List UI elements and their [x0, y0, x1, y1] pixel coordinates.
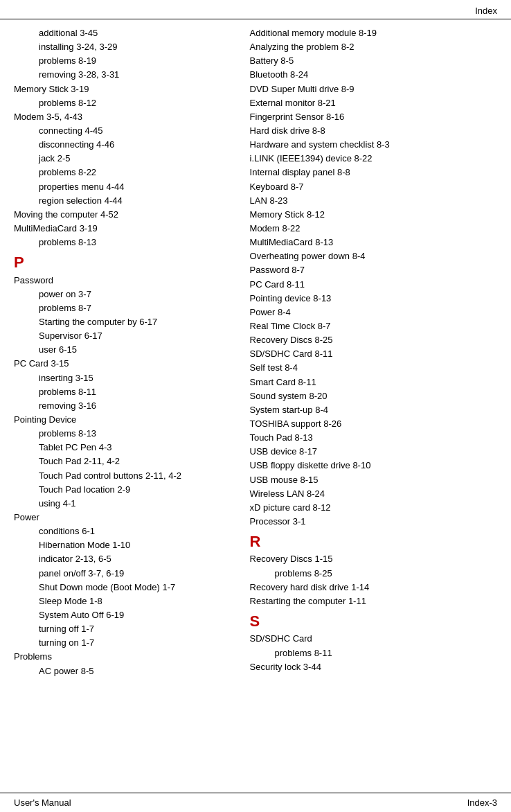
index-entry: removing 3-28, 3-31 — [14, 68, 236, 82]
index-entry: Touch Pad control buttons 2-11, 4-2 — [14, 469, 236, 483]
index-entry: Keyboard 8-7 — [250, 180, 497, 194]
index-entry: Password — [14, 274, 236, 288]
right-column: Additional memory module 8-19Analyzing t… — [243, 26, 497, 678]
index-entry: PC Card 3-15 — [14, 357, 236, 371]
header-title: Index — [475, 6, 497, 16]
index-entry: USB mouse 8-15 — [250, 473, 497, 487]
index-entry: Bluetooth 8-24 — [250, 68, 497, 82]
index-entry: SD/SDHC Card — [250, 632, 497, 646]
index-entry: Security lock 3-44 — [250, 660, 497, 674]
left-column: additional 3-45installing 3-24, 3-29prob… — [14, 26, 243, 678]
index-entry: power on 3-7 — [14, 288, 236, 301]
index-entry: Additional memory module 8-19 — [250, 26, 497, 40]
index-entry: Hard disk drive 8-8 — [250, 124, 497, 138]
index-entry: Problems — [14, 650, 236, 664]
index-entry: problems 8-7 — [14, 301, 236, 315]
index-entry: USB floppy diskette drive 8-10 — [250, 459, 497, 473]
index-entry: Memory Stick 3-19 — [14, 82, 236, 96]
index-entry: System Auto Off 6-19 — [14, 608, 236, 622]
index-entry: External monitor 8-21 — [250, 96, 497, 110]
index-entry: Pointing device 8-13 — [250, 292, 497, 306]
index-entry: Fingerprint Sensor 8-16 — [250, 110, 497, 124]
section-header: P — [14, 254, 236, 272]
content-area: additional 3-45installing 3-24, 3-29prob… — [0, 24, 511, 706]
index-entry: Recovery Discs 8-25 — [250, 333, 497, 347]
index-entry: xD picture card 8-12 — [250, 501, 497, 515]
index-entry: Real Time Clock 8-7 — [250, 319, 497, 333]
index-entry: problems 8-12 — [14, 96, 236, 110]
index-entry: i.LINK (IEEE1394) device 8-22 — [250, 152, 497, 166]
index-entry: panel on/off 3-7, 6-19 — [14, 567, 236, 581]
index-entry: Analyzing the problem 8-2 — [250, 40, 497, 54]
index-entry: jack 2-5 — [14, 152, 236, 166]
index-entry: problems 8-25 — [250, 567, 497, 581]
index-entry: Smart Card 8-11 — [250, 376, 497, 389]
index-entry: Password 8-7 — [250, 263, 497, 277]
index-entry: Modem 8-22 — [250, 222, 497, 236]
index-entry: MultiMediaCard 3-19 — [14, 222, 236, 236]
index-entry: Sleep Mode 1-8 — [14, 594, 236, 608]
index-entry: turning off 1-7 — [14, 622, 236, 636]
index-entry: System start-up 8-4 — [250, 403, 497, 417]
index-entry: conditions 6-1 — [14, 524, 236, 538]
index-entry: indicator 2-13, 6-5 — [14, 552, 236, 566]
index-entry: Hardware and system checklist 8-3 — [250, 138, 497, 152]
index-entry: Memory Stick 8-12 — [250, 208, 497, 222]
index-entry: additional 3-45 — [14, 26, 236, 40]
index-entry: problems 8-13 — [14, 236, 236, 249]
index-entry: problems 8-11 — [14, 385, 236, 399]
index-entry: using 4-1 — [14, 497, 236, 511]
index-entry: Internal display panel 8-8 — [250, 166, 497, 179]
index-entry: removing 3-16 — [14, 399, 236, 413]
index-entry: Touch Pad 8-13 — [250, 431, 497, 445]
index-entry: DVD Super Multi drive 8-9 — [250, 82, 497, 96]
index-entry: USB device 8-17 — [250, 445, 497, 459]
footer-right: Index-3 — [467, 797, 497, 808]
index-entry: Power 8-4 — [250, 306, 497, 319]
index-entry: Sound system 8-20 — [250, 389, 497, 403]
index-entry: Power — [14, 511, 236, 524]
index-entry: Pointing Device — [14, 413, 236, 427]
index-entry: region selection 4-44 — [14, 194, 236, 208]
index-entry: Wireless LAN 8-24 — [250, 487, 497, 501]
index-entry: SD/SDHC Card 8-11 — [250, 347, 497, 361]
index-entry: properties menu 4-44 — [14, 180, 236, 194]
index-entry: Self test 8-4 — [250, 361, 497, 375]
index-entry: disconnecting 4-46 — [14, 138, 236, 152]
index-entry: connecting 4-45 — [14, 124, 236, 138]
index-entry: TOSHIBA support 8-26 — [250, 417, 497, 431]
index-entry: problems 8-19 — [14, 54, 236, 68]
index-entry: Starting the computer by 6-17 — [14, 315, 236, 329]
index-entry: installing 3-24, 3-29 — [14, 40, 236, 54]
index-entry: LAN 8-23 — [250, 194, 497, 208]
index-entry: Battery 8-5 — [250, 54, 497, 68]
index-entry: inserting 3-15 — [14, 371, 236, 385]
index-entry: Processor 3-1 — [250, 515, 497, 529]
index-entry: Shut Down mode (Boot Mode) 1-7 — [14, 581, 236, 594]
index-entry: problems 8-13 — [14, 427, 236, 441]
index-entry: Moving the computer 4-52 — [14, 208, 236, 222]
section-header: R — [250, 533, 497, 551]
section-header: S — [250, 612, 497, 630]
index-entry: Tablet PC Pen 4-3 — [14, 441, 236, 454]
index-entry: turning on 1-7 — [14, 636, 236, 650]
index-entry: Modem 3-5, 4-43 — [14, 110, 236, 124]
index-entry: problems 8-11 — [250, 646, 497, 660]
page-header: Index — [0, 0, 511, 19]
index-entry: Supervisor 6-17 — [14, 329, 236, 343]
page-footer: User's Manual Index-3 — [0, 793, 511, 812]
index-entry: Touch Pad location 2-9 — [14, 483, 236, 497]
index-entry: problems 8-22 — [14, 166, 236, 179]
index-entry: Recovery Discs 1-15 — [250, 552, 497, 566]
index-entry: user 6-15 — [14, 343, 236, 357]
footer-left: User's Manual — [14, 797, 71, 808]
index-entry: PC Card 8-11 — [250, 278, 497, 292]
index-entry: Touch Pad 2-11, 4-2 — [14, 454, 236, 468]
index-entry: MultiMediaCard 8-13 — [250, 236, 497, 249]
index-entry: Overheating power down 8-4 — [250, 249, 497, 263]
index-entry: Recovery hard disk drive 1-14 — [250, 581, 497, 594]
index-entry: AC power 8-5 — [14, 664, 236, 678]
index-entry: Hibernation Mode 1-10 — [14, 538, 236, 552]
index-entry: Restarting the computer 1-11 — [250, 594, 497, 608]
